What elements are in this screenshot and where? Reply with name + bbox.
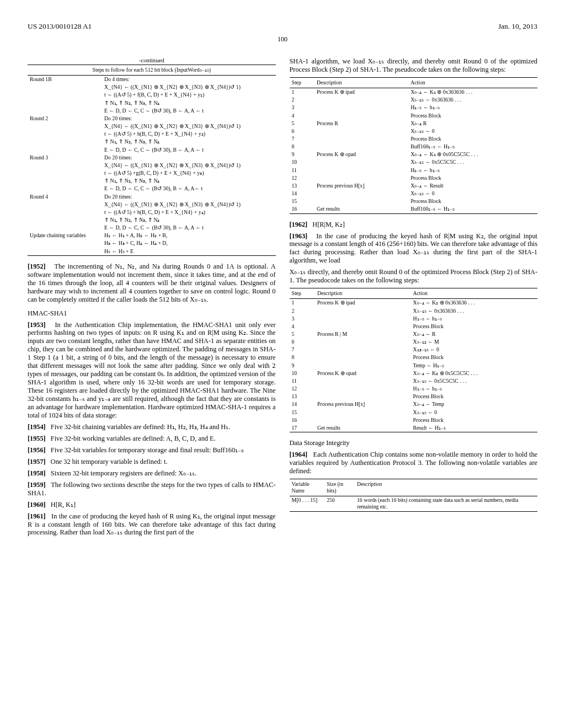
table-cell: X₀₋₄ ← K₁ ⊕ 0x363636 . . . xyxy=(408,88,537,97)
mid-text: X₀₋₁₅ directly, and thereby omit Round 0… xyxy=(290,268,538,285)
table-cell: Process R | M xyxy=(315,330,411,338)
table-cell: E ← D, D ← C, C ← (B↺ 30), B ← A, A ← t xyxy=(102,107,275,115)
table-cell: Process Block xyxy=(408,197,537,205)
table-cell: X₅₋₁₅ ← 0x363636 . . . xyxy=(408,96,537,104)
table-cell: 11 xyxy=(290,377,315,385)
table-cell: Process K ⊕ ipad xyxy=(315,299,411,307)
table-cell: Process Block xyxy=(408,174,537,182)
table-cell: Process R xyxy=(315,120,408,127)
table-cell: t ← ((A↺ 5) + f(B, C, D) + E + X_{N4} + … xyxy=(102,91,275,99)
table-cell: 11 xyxy=(290,167,315,174)
table-title: Steps to follow for each 512 bit block (… xyxy=(28,65,276,76)
para-1953: [1953] In the Authentication Chip implem… xyxy=(28,321,276,420)
table-cell: Process K ⊕ opad xyxy=(315,151,408,158)
table-cell: X₀₋₄ ← K₂ ⊕ 0x5C5C5C . . . xyxy=(411,370,537,377)
table-cell: H₁₋₅ ← h₁₋₅ xyxy=(411,315,537,323)
table-cell: 8 xyxy=(290,143,315,151)
table-cell: Process Block xyxy=(411,393,537,400)
table-cell xyxy=(28,138,102,146)
table-cell: X₅₋₁₅ ← 0 xyxy=(408,127,537,135)
table-cell: Do 4 times: xyxy=(102,76,275,84)
table-cell: X₅₋₁₅ ← 0x5C5C5C . . . xyxy=(408,158,537,166)
table-cell: X_{N4} ← ((X_{N1} ⊕ X_{N2} ⊕ X_{N3} ⊕ X_… xyxy=(102,122,275,130)
table-cell: 16 words (each 16 bits) containing state… xyxy=(355,496,537,511)
table-cell xyxy=(28,224,102,232)
table-cell xyxy=(28,208,102,216)
table-cell: Do 20 times: xyxy=(102,193,275,201)
table-cell xyxy=(315,96,408,104)
table-cell: 1 xyxy=(290,299,315,307)
doc-number: US 2013/0010128 A1 xyxy=(28,22,92,31)
table-cell xyxy=(315,346,411,354)
table-cell: 5 xyxy=(290,120,315,127)
doc-date: Jan. 10, 2013 xyxy=(498,22,537,31)
table-cell xyxy=(315,104,408,111)
table-cell: 10 xyxy=(290,158,315,166)
para-1963: [1963] In the case of producing the keye… xyxy=(290,232,538,265)
para-1960: [1960] H[R, K₁] xyxy=(28,501,276,509)
table-cell: Do 20 times: xyxy=(102,115,275,122)
table-cell: t ← ((A↺ 5) +g(B, C, D) + E + X_{N4} + y… xyxy=(102,169,275,177)
table-cell: Process previous H[x] xyxy=(315,400,411,408)
table-cell: X₅₋₁₂ ← M xyxy=(411,338,537,346)
table-cell: t ← ((A↺ 5) + h(B, C, D) + E + X_{N4} + … xyxy=(102,130,275,138)
table-cell: 3 xyxy=(290,315,315,323)
table-cell: 16 xyxy=(290,416,315,424)
table-cell: 6 xyxy=(290,127,315,135)
table-cell: X₀₋₄ ← K₂ ⊕ 0x363636 . . . xyxy=(411,299,537,307)
right-intro: SHA-1 algorithm, we load X₀₋₁₅ directly,… xyxy=(290,57,538,74)
table-cell xyxy=(315,174,408,182)
table-cell: Update chaining variables xyxy=(28,232,102,239)
section-hmac: HMAC-SHA1 xyxy=(28,309,276,318)
para-1954: [1954] Five 32-bit chaining variables ar… xyxy=(28,423,276,431)
table-cell: 12 xyxy=(290,385,315,393)
table-cell: 15 xyxy=(290,197,315,205)
table-cell: H₁₋₅ ← h₁₋₅ xyxy=(408,167,537,174)
page-number: 100 xyxy=(28,35,537,44)
table-cell: X₅₋₁₅ ← 0 xyxy=(408,190,537,197)
table-cell xyxy=(28,177,102,185)
table-cell xyxy=(28,130,102,138)
table-cell: 9 xyxy=(290,362,315,370)
para-1957: [1957] One 32 bit temporary variable is … xyxy=(28,458,276,466)
table-cell: Get results xyxy=(315,205,408,213)
table-cell: X₅₋₁₅ ← 0 xyxy=(411,409,537,416)
table-cell xyxy=(315,112,408,120)
table-cell xyxy=(315,167,408,174)
table-cell: 4 xyxy=(290,112,315,120)
table-cell: ⇑ N₁, ⇑ N₂, ⇑ N₃, ⇑ N₄ xyxy=(102,216,275,224)
table-cell: Process Block xyxy=(408,135,537,143)
table-cell xyxy=(315,190,408,197)
table-cell: X_{N4} ← ((X_{N1} ⊕ X_{N2} ⊕ X_{N3} ⊕ X_… xyxy=(102,201,275,208)
table-cell: E ← D, D ← C, C ← (B↺ 30), B ← A, A ← t xyxy=(102,146,275,154)
table-cell: H₁ ← H₁ + A, H₂ ← H₂ + B, xyxy=(102,232,275,239)
table-cell: Process K ⊕ ipad xyxy=(315,88,408,97)
table-cell: 10 xyxy=(290,370,315,377)
table-cell: Process Block xyxy=(408,112,537,120)
table-cell: Get results xyxy=(315,424,411,432)
table-cell: X₀₋₄ ← R xyxy=(411,330,537,338)
table-cell: Buff160₁₋₅ ← H₁₋₅ xyxy=(408,143,537,151)
table-cell: 13 xyxy=(290,393,315,400)
table-cell: X₀₋₄ ← Result xyxy=(408,182,537,190)
table-cell: X_{N4} ← ((X_{N1} ⊕ X_{N2} ⊕ X_{N3} ⊕ X_… xyxy=(102,83,275,91)
para-1956: [1956] Five 32-bit variables for tempora… xyxy=(28,446,276,454)
table-cell: E ← D, D ← C, C ← (B↺ 30), B ← A, A← t xyxy=(102,185,275,192)
left-column: -continued Steps to follow for each 512 … xyxy=(28,57,276,540)
right-column: SHA-1 algorithm, we load X₀₋₁₅ directly,… xyxy=(290,57,538,540)
para-1961: [1961] In the case of producing the keye… xyxy=(28,512,276,537)
para-1958: [1958] Sixteen 32-bit temporary register… xyxy=(28,469,276,478)
table-cell xyxy=(28,201,102,208)
steps-table-2: Step Description Action 1Process K ⊕ ipa… xyxy=(290,288,538,432)
table-cell: 8 xyxy=(290,354,315,361)
table-cell: 256 xyxy=(324,496,355,511)
table-cell: 6 xyxy=(290,338,315,346)
table-cell xyxy=(315,127,408,135)
table-cell xyxy=(28,146,102,154)
table-cell: t ← ((A↺ 5) + h(B, C, D) + E + X_{N4} + … xyxy=(102,208,275,216)
table-cell: 2 xyxy=(290,307,315,315)
table-cell: Do 20 times: xyxy=(102,154,275,162)
table-cell xyxy=(315,385,411,393)
table-cell xyxy=(315,307,411,315)
table-cell: 14 xyxy=(290,400,315,408)
